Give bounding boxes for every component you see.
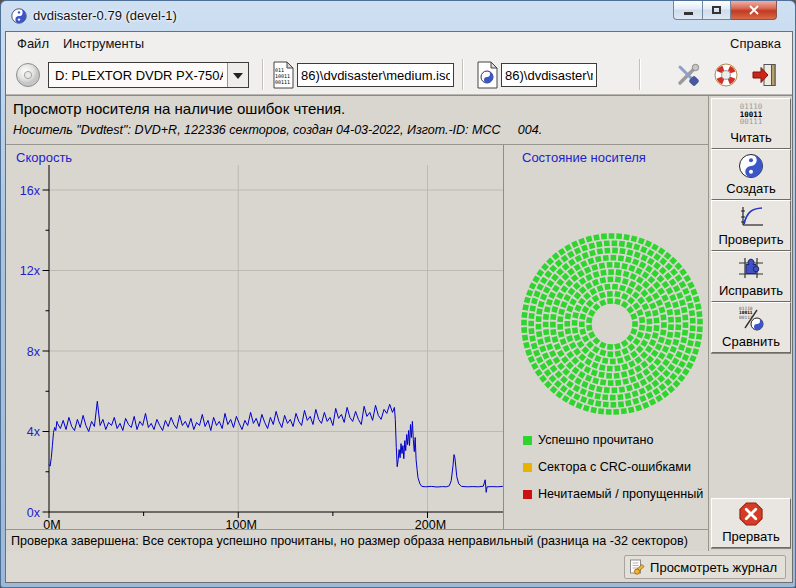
ecc-file-icon	[476, 61, 499, 89]
verify-button[interactable]: Проверить	[711, 200, 791, 251]
app-yinyang-icon	[11, 8, 27, 24]
close-icon	[749, 5, 759, 15]
client-area: Файл Инструменты Справка D: PLEXTOR DVDR…	[5, 31, 793, 583]
preferences-button[interactable]	[672, 60, 704, 90]
drive-select-value: D: PLEXTOR DVDR PX-750A 1.	[55, 68, 223, 83]
footer: Просмотреть журнал	[6, 551, 792, 582]
tools-icon	[675, 62, 701, 88]
iso-image-file-icon: 011 10011 00111	[272, 61, 295, 89]
quit-button[interactable]	[748, 60, 780, 90]
page-title: Просмотр носителя на наличие ошибок чтен…	[13, 100, 345, 117]
toolbar: D: PLEXTOR DVDR PX-750A 1. 011 10011 001…	[6, 55, 792, 95]
maximize-icon	[712, 6, 721, 14]
good-sectors-swatch	[523, 436, 532, 445]
legend-label: Нечитаемый / пропущенный	[538, 487, 703, 501]
binary-read-icon: 01110 10011 00111	[740, 103, 763, 126]
legend-label: Сектора с CRC-ошибками	[538, 460, 691, 474]
speed-chart: 0x4x8x12x16x0M100M200M	[6, 145, 506, 529]
ecc-path-input[interactable]	[501, 63, 597, 87]
abort-button[interactable]: Прервать	[711, 498, 791, 548]
minimize-icon	[684, 12, 693, 15]
drive-select[interactable]: D: PLEXTOR DVDR PX-750A 1.	[48, 62, 249, 88]
toolbar-separator	[262, 59, 263, 90]
menu-help[interactable]: Справка	[725, 35, 786, 52]
view-log-button[interactable]: Просмотреть журнал	[624, 555, 786, 579]
exit-door-icon	[751, 62, 778, 88]
compare-icon: 01110 10011 00111	[736, 306, 766, 332]
legend-item-good: Успешно прочитано	[523, 433, 654, 447]
legend-item-crc: Сектора с CRC-ошибками	[523, 460, 691, 474]
app-window: dvdisaster-0.79 (devel-1) Файл Инструмен…	[0, 0, 796, 588]
svg-text:0x: 0x	[27, 506, 41, 520]
unreadable-swatch	[523, 490, 532, 499]
svg-text:4x: 4x	[27, 425, 41, 439]
svg-text:8x: 8x	[27, 345, 41, 359]
help-lifebuoy-button[interactable]	[710, 60, 742, 90]
iso-path-input[interactable]	[297, 63, 454, 87]
log-journal-icon	[629, 559, 646, 576]
menubar: Файл Инструменты Справка	[6, 32, 792, 55]
create-button[interactable]: Создать	[711, 149, 791, 200]
minimize-button[interactable]	[673, 1, 703, 20]
menu-tools[interactable]: Инструменты	[58, 35, 149, 52]
puzzle-piece-icon	[737, 255, 765, 281]
media-info: Носитель "Dvdtest": DVD+R, 122336 сектор…	[13, 123, 542, 137]
read-button[interactable]: 01110 10011 00111 Читать	[711, 98, 791, 149]
toolbar-separator	[639, 59, 640, 90]
legend-item-unreadable: Нечитаемый / пропущенный	[523, 487, 703, 501]
lifebuoy-icon	[713, 62, 739, 88]
main-panel: Просмотр носителя на наличие ошибок чтен…	[6, 95, 792, 551]
header-strip: Просмотр носителя на наличие ошибок чтен…	[6, 96, 708, 145]
svg-text:12x: 12x	[20, 264, 41, 278]
legend-label: Успешно прочитано	[538, 433, 654, 447]
svg-text:00111: 00111	[275, 79, 290, 85]
svg-text:16x: 16x	[20, 184, 41, 198]
curve-chart-icon	[737, 205, 765, 229]
maximize-button[interactable]	[703, 1, 731, 20]
stop-x-icon	[738, 501, 764, 527]
yinyang-icon	[738, 153, 764, 179]
toolbar-separator	[462, 59, 463, 90]
close-button[interactable]	[731, 1, 777, 20]
crc-error-swatch	[523, 463, 532, 472]
fix-button[interactable]: Исправить	[711, 251, 791, 302]
svg-text:200M: 200M	[415, 518, 446, 530]
window-title: dvdisaster-0.79 (devel-1)	[33, 8, 177, 23]
compare-button[interactable]: 01110 10011 00111 Сравнить	[711, 302, 791, 353]
svg-text:0M: 0M	[43, 518, 60, 530]
titlebar[interactable]: dvdisaster-0.79 (devel-1)	[1, 1, 795, 31]
svg-text:100M: 100M	[226, 518, 257, 530]
chevron-down-icon[interactable]	[227, 63, 248, 87]
view-log-label: Просмотреть журнал	[650, 560, 777, 575]
action-sidebar: 01110 10011 00111 Читать	[708, 96, 792, 552]
menu-file[interactable]: Файл	[12, 35, 54, 52]
status-text: Проверка завершена: Все сектора успешно …	[6, 529, 708, 552]
cd-drive-icon	[14, 61, 42, 89]
